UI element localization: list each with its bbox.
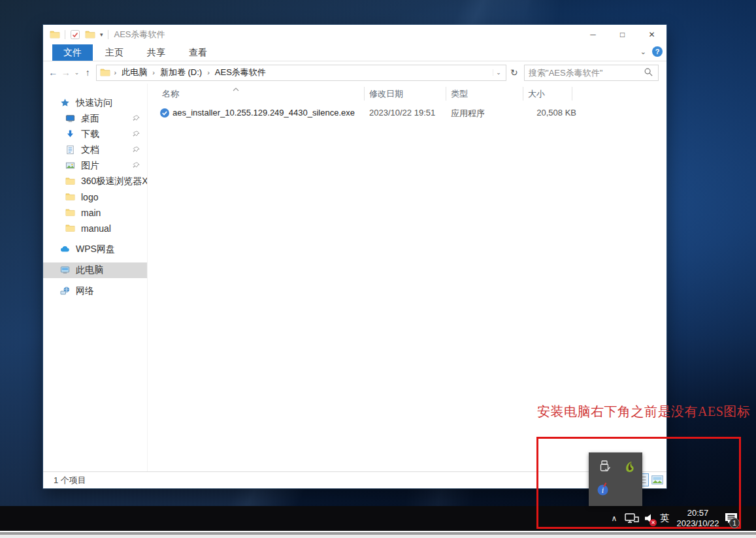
address-dropdown-icon[interactable]: ⌄ [493,69,504,76]
window-title: AES杀毒软件 [114,29,165,40]
sidebar-item-documents[interactable]: 文档 [43,142,147,158]
breadcrumb-separator: › [152,69,155,76]
sidebar-item-label: 此电脑 [76,264,103,276]
breadcrumb-current-folder[interactable]: AES杀毒软件 [214,67,267,78]
forward-button[interactable]: → [61,67,70,78]
pin-icon [132,130,140,140]
sidebar-item-wps-cloud[interactable]: WPS网盘 [43,242,147,257]
quick-access-star-icon [60,98,71,108]
folder-icon [65,223,76,234]
window-controls: ─ □ ✕ [578,25,666,44]
pictures-icon [65,161,76,171]
ribbon-tab-bar: 文件 主页 共享 查看 ⌄ ? [43,44,666,61]
sidebar-item-label: 文档 [81,144,99,156]
separator [108,30,108,39]
window-folder-icon [50,29,60,40]
column-header-size[interactable]: 大小 [528,86,545,102]
file-size: 20,508 KB [516,108,576,118]
screen-bottom-strip [0,531,756,538]
quick-access-toolbar-dropdown[interactable]: ▾ [100,31,103,38]
folder-icon [65,176,76,187]
folder-icon [65,208,76,218]
pin-icon [132,161,140,172]
column-header-modified[interactable]: 修改日期 [369,86,403,102]
item-count: 1 个项目 [54,475,86,486]
sidebar-item-label: 快速访问 [76,97,112,109]
checkmark-icon[interactable] [70,29,80,40]
column-divider[interactable] [364,87,365,101]
chevron-down-icon[interactable]: ⌄ [640,48,646,56]
new-folder-icon[interactable] [85,29,95,40]
sidebar-item-label: 360极速浏览器X下载 [81,176,148,187]
breadcrumb-this-pc[interactable]: 此电脑 [120,67,148,78]
tab-view[interactable]: 查看 [178,44,218,61]
sidebar-item-360-browser-downloads[interactable]: 360极速浏览器X下载 [43,174,147,189]
tab-share[interactable]: 共享 [136,44,176,61]
desktop: ▾ AES杀毒软件 ─ □ ✕ 文件 主页 共享 查看 ⌄ ? ← → ⌄ ↑ [0,0,756,538]
ribbon-right-controls: ⌄ ? [640,46,663,57]
sidebar-item-label: 下载 [81,129,99,140]
sidebar-item-manual[interactable]: manual [43,221,147,236]
close-button[interactable]: ✕ [637,25,666,44]
minimize-button[interactable]: ─ [578,25,608,44]
sidebar-item-label: manual [81,223,111,234]
sort-ascending-icon [233,84,239,93]
file-name: aes_installer_10.255.129.249_4430_silenc… [173,108,355,118]
network-icon [60,286,71,296]
maximize-button[interactable]: □ [608,25,637,44]
back-button[interactable]: ← [48,67,58,78]
highlight-rectangle [536,437,741,529]
file-row[interactable]: aes_installer_10.255.129.249_4430_silenc… [153,105,584,121]
notification-count-badge[interactable]: 1 [729,518,740,528]
navigation-pane: 快速访问 桌面 下载 [43,84,148,471]
sidebar-item-label: 桌面 [81,113,99,125]
file-type: 应用程序 [451,108,485,119]
sidebar-item-label: WPS网盘 [76,244,115,255]
sidebar-item-network[interactable]: 网络 [43,283,147,299]
search-icon[interactable] [644,67,654,78]
folder-icon [100,67,110,78]
document-icon [65,145,76,155]
tab-file[interactable]: 文件 [52,44,93,61]
sidebar-item-label: logo [81,192,98,202]
sidebar-item-desktop[interactable]: 桌面 [43,111,147,127]
column-divider[interactable] [572,87,572,101]
sidebar-item-main[interactable]: main [43,205,147,221]
folder-icon [65,192,76,202]
sidebar-item-label: main [81,208,101,218]
pin-icon [132,146,140,156]
download-icon [65,129,76,140]
column-divider[interactable] [523,87,523,101]
shield-check-icon [159,108,170,118]
up-button[interactable]: ↑ [83,67,92,78]
column-header-type[interactable]: 类型 [451,86,468,102]
breadcrumb-drive-d[interactable]: 新加卷 (D:) [159,67,203,78]
separator [65,30,65,39]
annotation-text: 安装电脑右下角之前是没有AES图标 [537,403,750,420]
sidebar-item-label: 图片 [81,160,99,172]
column-header-name[interactable]: 名称 [162,86,179,102]
sidebar-item-quick-access[interactable]: 快速访问 [43,95,147,111]
pin-icon [132,114,140,125]
sidebar-item-this-pc[interactable]: 此电脑 [43,262,147,278]
search-input[interactable] [529,68,644,78]
computer-icon [60,265,71,276]
search-box [524,65,659,81]
file-modified-date: 2023/10/22 19:51 [369,108,435,118]
desktop-icon [65,114,76,124]
history-dropdown-icon[interactable]: ⌄ [74,69,80,76]
sidebar-item-logo[interactable]: logo [43,189,147,205]
sidebar-item-downloads[interactable]: 下载 [43,127,147,142]
address-bar-row: ← → ⌄ ↑ › 此电脑 › 新加卷 (D:) › AES杀毒软件 ⌄ ↻ [43,61,666,84]
breadcrumb-separator: › [114,69,117,76]
column-divider[interactable] [446,87,446,101]
breadcrumb-separator: › [207,69,210,76]
tab-home[interactable]: 主页 [94,44,135,61]
address-bar[interactable]: › 此电脑 › 新加卷 (D:) › AES杀毒软件 ⌄ [96,65,506,81]
refresh-icon[interactable]: ↻ [510,67,519,78]
cloud-icon [60,244,71,255]
sidebar-item-label: 网络 [76,285,94,297]
help-button[interactable]: ? [652,46,663,57]
title-bar: ▾ AES杀毒软件 ─ □ ✕ [43,25,666,44]
sidebar-item-pictures[interactable]: 图片 [43,158,147,174]
